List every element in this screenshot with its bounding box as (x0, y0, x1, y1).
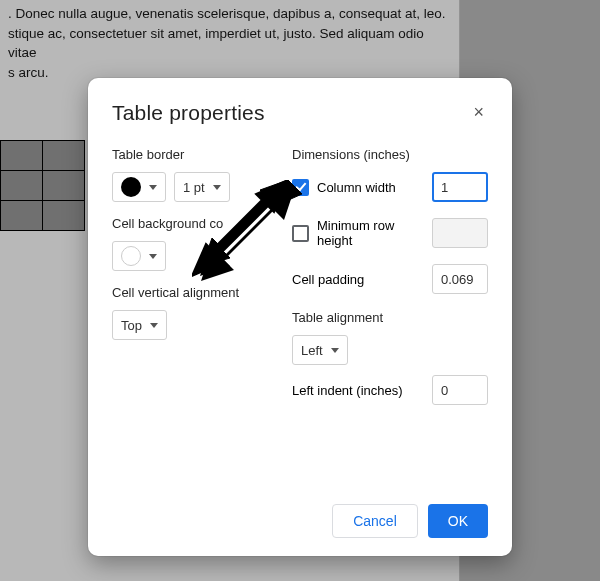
chevron-down-icon (149, 185, 157, 190)
chevron-down-icon (331, 348, 339, 353)
cell-bg-label: Cell background co (112, 216, 280, 231)
table-border-label: Table border (112, 147, 280, 162)
document-table (0, 140, 85, 231)
left-column: Table border 1 pt Cell background co Ce (112, 147, 280, 421)
border-width-dropdown[interactable]: 1 pt (174, 172, 230, 202)
doc-text-line: stique ac, consectetuer sit amet, imperd… (8, 24, 451, 63)
right-column: Dimensions (inches) Column width Minimum… (292, 147, 488, 421)
row-height-row: Minimum row height (292, 218, 488, 248)
table-properties-dialog: Table properties × Table border 1 pt Cel… (88, 78, 512, 556)
column-width-input[interactable] (432, 172, 488, 202)
cell-valign-dropdown[interactable]: Top (112, 310, 167, 340)
cell-valign-value: Top (121, 318, 142, 333)
table-alignment-dropdown[interactable]: Left (292, 335, 348, 365)
row-height-input[interactable] (432, 218, 488, 248)
table-alignment-label: Table alignment (292, 310, 488, 325)
close-icon[interactable]: × (469, 100, 488, 125)
left-indent-input[interactable] (432, 375, 488, 405)
column-width-label: Column width (317, 180, 396, 195)
column-width-checkbox[interactable] (292, 179, 309, 196)
column-width-row: Column width (292, 172, 488, 202)
doc-text-line: . Donec nulla augue, venenatis scelerisq… (8, 4, 451, 24)
chevron-down-icon (149, 254, 157, 259)
border-width-value: 1 pt (183, 180, 205, 195)
cell-bg-dropdown[interactable] (112, 241, 166, 271)
row-height-checkbox[interactable] (292, 225, 309, 242)
circle-icon (121, 177, 141, 197)
cell-padding-row: Cell padding (292, 264, 488, 294)
cell-padding-input[interactable] (432, 264, 488, 294)
row-height-label: Minimum row height (317, 218, 432, 248)
circle-icon (121, 246, 141, 266)
left-indent-row: Left indent (inches) (292, 375, 488, 405)
border-color-dropdown[interactable] (112, 172, 166, 202)
dialog-title: Table properties (112, 101, 265, 125)
dimensions-label: Dimensions (inches) (292, 147, 488, 162)
ok-button[interactable]: OK (428, 504, 488, 538)
cell-padding-label: Cell padding (292, 272, 364, 287)
table-alignment-value: Left (301, 343, 323, 358)
chevron-down-icon (150, 323, 158, 328)
cancel-button[interactable]: Cancel (332, 504, 418, 538)
left-indent-label: Left indent (inches) (292, 383, 403, 398)
chevron-down-icon (213, 185, 221, 190)
cell-valign-label: Cell vertical alignment (112, 285, 280, 300)
